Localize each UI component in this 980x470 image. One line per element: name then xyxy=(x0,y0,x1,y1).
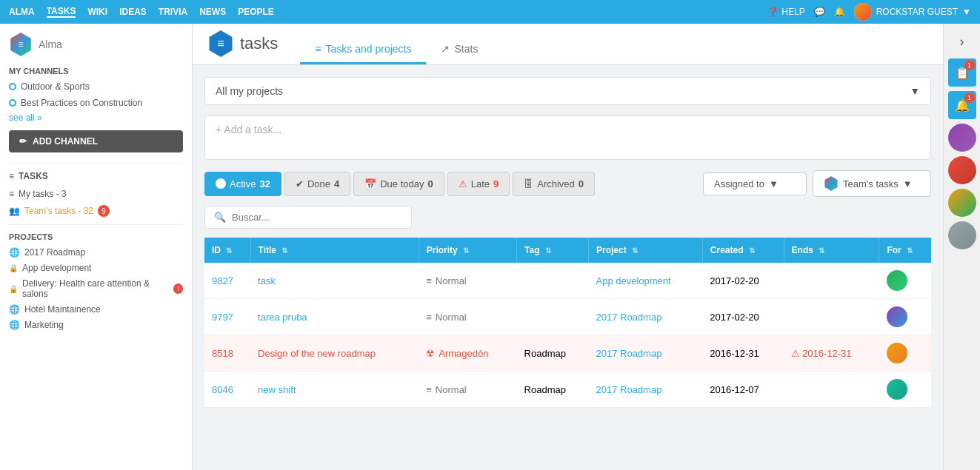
nav-trivia[interactable]: TRIVIA xyxy=(159,7,187,17)
task-title-link[interactable]: new shift xyxy=(258,384,296,395)
chat-icon[interactable]: 💬 xyxy=(814,7,825,17)
add-task-placeholder: + Add a task... xyxy=(216,124,281,135)
nav-tasks[interactable]: TASKS xyxy=(47,6,76,18)
tab-stats[interactable]: ↗ Stats xyxy=(426,36,493,64)
row-title: Design of the new roadmap xyxy=(250,335,419,372)
row-project: App development xyxy=(588,263,702,299)
bell-icon[interactable]: 🔔 xyxy=(834,7,845,17)
filter-active-label: Active xyxy=(230,178,256,189)
stats-label: Stats xyxy=(454,43,478,55)
globe-icon-2: 🌐 xyxy=(9,304,20,315)
my-tasks-item[interactable]: ≡ My tasks - 3 xyxy=(9,187,183,201)
row-created: 2016-12-07 xyxy=(702,372,784,408)
project-marketing-label: Marketing xyxy=(24,320,64,330)
calendar-icon: 📅 xyxy=(364,178,376,189)
task-id-link[interactable]: 8518 xyxy=(212,348,233,359)
task-id-link[interactable]: 8046 xyxy=(212,384,233,395)
project-appdev[interactable]: 🔒 App development xyxy=(9,261,183,275)
filter-duetoday[interactable]: 📅 Due today 0 xyxy=(353,172,444,196)
app-brand: ≡ tasks xyxy=(207,30,278,57)
row-priority: ≡ Normal xyxy=(419,263,516,299)
project-hotel[interactable]: 🌐 Hotel Maintainence xyxy=(9,303,183,316)
project-link[interactable]: 2017 Roadmap xyxy=(596,384,661,395)
project-link[interactable]: 2017 Roadmap xyxy=(596,312,661,323)
channel-outdoor-link[interactable]: Outdoor & Sports xyxy=(21,81,90,92)
team-select[interactable]: Team's tasks ▼ xyxy=(813,170,931,197)
tasks-section: ≡ TASKS ≡ My tasks - 3 👥 Team's tasks - … xyxy=(9,163,183,218)
nav-alma[interactable]: ALMA xyxy=(9,7,35,17)
my-tasks-label: My tasks - 3 xyxy=(19,189,67,199)
nav-news[interactable]: NEWS xyxy=(199,7,226,17)
assigned-select[interactable]: Assigned to ▼ xyxy=(703,172,807,195)
nav-links: ALMA TASKS WIKI IDEAS TRIVIA NEWS PEOPLE xyxy=(9,6,274,18)
panel-avatar-1[interactable] xyxy=(948,124,976,152)
table-row: 9797 tarea pruba ≡ Normal 2017 Roadmap 2… xyxy=(204,299,931,335)
priority-value: ≡ Normal xyxy=(426,275,509,286)
task-title-link[interactable]: task xyxy=(258,275,276,286)
row-ends xyxy=(784,299,879,335)
task-title-link[interactable]: Design of the new roadmap xyxy=(258,348,376,359)
search-input[interactable] xyxy=(232,212,402,223)
col-for[interactable]: For ⇅ xyxy=(879,238,931,263)
task-title-link[interactable]: tarea pruba xyxy=(258,312,307,323)
user-menu[interactable]: ROCKSTAR GUEST ▼ xyxy=(854,3,971,21)
panel-avatar-3[interactable] xyxy=(948,189,976,217)
project-delivery[interactable]: 🔒 Delivery: Health care attention & salo… xyxy=(9,277,183,301)
col-id[interactable]: ID ⇅ xyxy=(204,238,250,263)
search-icon: 🔍 xyxy=(214,212,226,223)
nav-people[interactable]: PEOPLE xyxy=(238,7,274,17)
col-tag[interactable]: Tag ⇅ xyxy=(517,238,589,263)
filter-late[interactable]: ⚠ Late 9 xyxy=(447,172,510,196)
project-selector-chevron: ▼ xyxy=(910,85,920,97)
task-id-link[interactable]: 9827 xyxy=(212,275,233,286)
see-all-link[interactable]: see all » xyxy=(9,113,42,123)
col-created[interactable]: Created ⇅ xyxy=(702,238,784,263)
panel-notification-icon[interactable]: 🔔 1 xyxy=(948,91,976,119)
nav-wiki[interactable]: WIKI xyxy=(87,7,107,17)
col-priority[interactable]: Priority ⇅ xyxy=(419,238,516,263)
row-priority: ≡ Normal xyxy=(419,299,516,335)
collapse-button[interactable]: › xyxy=(956,30,969,54)
project-marketing[interactable]: 🌐 Marketing xyxy=(9,318,183,332)
row-title: new shift xyxy=(250,372,419,408)
task-table: ID ⇅ Title ⇅ Priority ⇅ Tag ⇅ Project ⇅ … xyxy=(204,238,931,408)
project-link[interactable]: 2017 Roadmap xyxy=(596,348,661,359)
notification-badge: 1 xyxy=(964,93,975,103)
col-title[interactable]: Title ⇅ xyxy=(250,238,419,263)
row-for xyxy=(879,263,931,299)
channel-dot xyxy=(9,83,16,90)
project-hotel-label: Hotel Maintainence xyxy=(24,304,101,315)
col-project[interactable]: Project ⇅ xyxy=(588,238,702,263)
my-tasks-icon: ≡ xyxy=(9,189,14,199)
hazard-icon: ☢ xyxy=(426,348,435,359)
tab-icon: ≡ xyxy=(315,43,321,55)
project-link[interactable]: App development xyxy=(596,275,670,286)
panel-tasks-icon[interactable]: 📋 1 xyxy=(948,58,976,87)
help-button[interactable]: ❓ HELP xyxy=(767,7,804,17)
channel-bestpractices[interactable]: Best Practices on Construction xyxy=(9,96,183,110)
add-task-area[interactable]: + Add a task... xyxy=(204,115,931,160)
add-channel-button[interactable]: ✏ ADD CHANNEL xyxy=(9,130,183,152)
task-id-link[interactable]: 9797 xyxy=(212,312,233,323)
team-tasks-item[interactable]: 👥 Team's tasks - 32 9 xyxy=(9,204,183,218)
row-priority: ≡ Normal xyxy=(419,372,516,408)
channel-outdoor[interactable]: Outdoor & Sports xyxy=(9,80,183,93)
user-avatar xyxy=(887,379,907,400)
row-created: 2017-02-20 xyxy=(702,263,784,299)
panel-avatar-4[interactable] xyxy=(948,221,976,249)
col-ends[interactable]: Ends ⇅ xyxy=(784,238,879,263)
row-id: 9797 xyxy=(204,299,250,335)
filter-archived[interactable]: 🗄 Archived 0 xyxy=(513,172,595,196)
filter-active[interactable]: Active 32 xyxy=(204,172,281,196)
filter-done[interactable]: ✔ Done 4 xyxy=(284,172,350,196)
project-roadmap[interactable]: 🌐 2017 Roadmap xyxy=(9,246,183,259)
nav-ideas[interactable]: IDEAS xyxy=(119,7,147,17)
panel-avatar-2[interactable] xyxy=(948,156,976,184)
priority-icon: ≡ xyxy=(426,384,432,395)
filter-done-label: Done xyxy=(307,178,330,189)
project-selector[interactable]: All my projects ▼ xyxy=(204,77,931,105)
tab-tasks-projects[interactable]: ≡ Tasks and projects xyxy=(300,36,426,64)
channel-bestpractices-link[interactable]: Best Practices on Construction xyxy=(21,98,142,108)
priority-icon: ≡ xyxy=(426,312,432,323)
row-created: 2017-02-20 xyxy=(702,299,784,335)
